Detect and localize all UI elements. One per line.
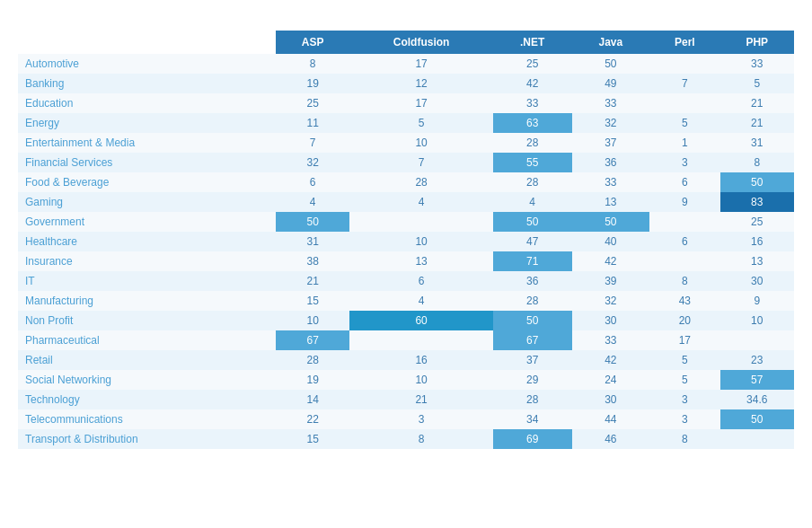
data-cell-net: 36: [493, 271, 572, 291]
industry-label: Entertainment & Media: [18, 133, 276, 153]
data-cell-asp: 15: [276, 429, 349, 449]
table-header-row: ASPColdfusion.NETJavaPerlPHP: [18, 31, 794, 54]
data-cell-java: 49: [572, 74, 650, 93]
lang-header-asp: ASP: [276, 31, 349, 54]
data-cell-cf: 7: [349, 153, 492, 172]
data-cell-php: 9: [720, 291, 794, 311]
data-cell-net: 28: [493, 172, 572, 192]
data-cell-php: 57: [720, 370, 794, 390]
data-cell-cf: 16: [349, 350, 492, 370]
table-row: Government50505025: [18, 212, 794, 232]
data-cell-asp: 19: [276, 74, 349, 93]
data-cell-cf: 3: [349, 409, 492, 429]
data-cell-asp: 19: [276, 370, 349, 390]
lang-header-java: Java: [572, 31, 650, 54]
data-cell-java: 46: [572, 429, 650, 449]
table-row: Transport & Distribution15869468: [18, 429, 794, 449]
data-cell-asp: 28: [276, 350, 349, 370]
data-cell-perl: 9: [649, 192, 719, 212]
table-row: Entertainment & Media7102837131: [18, 133, 794, 153]
data-cell-java: 39: [572, 271, 650, 291]
data-cell-php: 50: [720, 409, 794, 429]
lang-header-coldfusion: Coldfusion: [349, 31, 492, 54]
data-cell-php: 13: [720, 251, 794, 271]
data-cell-perl: 3: [649, 390, 719, 409]
data-cell-perl: 7: [649, 74, 719, 93]
data-cell-asp: 32: [276, 153, 349, 172]
data-cell-php: 23: [720, 350, 794, 370]
data-cell-net: 28: [493, 133, 572, 153]
data-cell-perl: 6: [649, 172, 719, 192]
data-cell-cf: 8: [349, 429, 492, 449]
data-cell-cf: 4: [349, 192, 492, 212]
data-cell-java: 30: [572, 390, 650, 409]
industry-label: Government: [18, 212, 276, 232]
data-cell-asp: 8: [276, 54, 349, 74]
data-cell-perl: [649, 251, 719, 271]
industry-label: Retail: [18, 350, 276, 370]
data-cell-net: 33: [493, 93, 572, 113]
data-cell-perl: 6: [649, 232, 719, 251]
data-cell-perl: 43: [649, 291, 719, 311]
data-cell-php: 31: [720, 133, 794, 153]
data-cell-asp: 14: [276, 390, 349, 409]
data-cell-php: 50: [720, 172, 794, 192]
data-cell-cf: 12: [349, 74, 492, 93]
industry-label: Telecommunications: [18, 409, 276, 429]
table-row: Non Profit106050302010: [18, 311, 794, 330]
data-cell-asp: 25: [276, 93, 349, 113]
data-cell-cf: 6: [349, 271, 492, 291]
industry-label: Education: [18, 93, 276, 113]
industry-label: Energy: [18, 113, 276, 133]
industry-label: Pharmaceutical: [18, 330, 276, 350]
data-cell-php: 5: [720, 74, 794, 93]
data-cell-perl: 5: [649, 350, 719, 370]
data-cell-cf: 10: [349, 370, 492, 390]
data-cell-perl: 3: [649, 409, 719, 429]
industry-label: Insurance: [18, 251, 276, 271]
industry-label: Banking: [18, 74, 276, 93]
table-row: Telecommunications2233444350: [18, 409, 794, 429]
data-cell-perl: 8: [649, 271, 719, 291]
data-cell-java: 13: [572, 192, 650, 212]
data-cell-php: 8: [720, 153, 794, 172]
data-cell-asp: 31: [276, 232, 349, 251]
data-cell-php: 25: [720, 212, 794, 232]
data-cell-net: 34: [493, 409, 572, 429]
data-cell-php: 10: [720, 311, 794, 330]
industry-label: Automotive: [18, 54, 276, 74]
data-cell-asp: 38: [276, 251, 349, 271]
data-cell-net: 28: [493, 291, 572, 311]
table-row: Financial Services327553638: [18, 153, 794, 172]
data-cell-cf: 10: [349, 133, 492, 153]
industry-label: Healthcare: [18, 232, 276, 251]
data-cell-perl: 3: [649, 153, 719, 172]
data-cell-asp: 10: [276, 311, 349, 330]
industry-label: IT: [18, 271, 276, 291]
data-cell-net: 47: [493, 232, 572, 251]
data-cell-net: 25: [493, 54, 572, 74]
data-cell-perl: 17: [649, 330, 719, 350]
data-cell-java: 42: [572, 251, 650, 271]
data-cell-asp: 4: [276, 192, 349, 212]
lang-header-php: PHP: [720, 31, 794, 54]
data-cell-java: 33: [572, 93, 650, 113]
data-cell-perl: 8: [649, 429, 719, 449]
data-cell-perl: 20: [649, 311, 719, 330]
industry-label: Food & Beverage: [18, 172, 276, 192]
industry-label: Social Networking: [18, 370, 276, 390]
table-row: Technology14212830334.6: [18, 390, 794, 409]
data-cell-asp: 15: [276, 291, 349, 311]
data-cell-net: 50: [493, 311, 572, 330]
data-cell-java: 36: [572, 153, 650, 172]
data-cell-perl: 1: [649, 133, 719, 153]
data-cell-net: 69: [493, 429, 572, 449]
data-cell-php: 30: [720, 271, 794, 291]
data-cell-cf: 13: [349, 251, 492, 271]
data-cell-java: 33: [572, 330, 650, 350]
industry-label: Technology: [18, 390, 276, 409]
data-cell-java: 30: [572, 311, 650, 330]
data-cell-net: 37: [493, 350, 572, 370]
data-cell-cf: [349, 212, 492, 232]
data-cell-asp: 7: [276, 133, 349, 153]
